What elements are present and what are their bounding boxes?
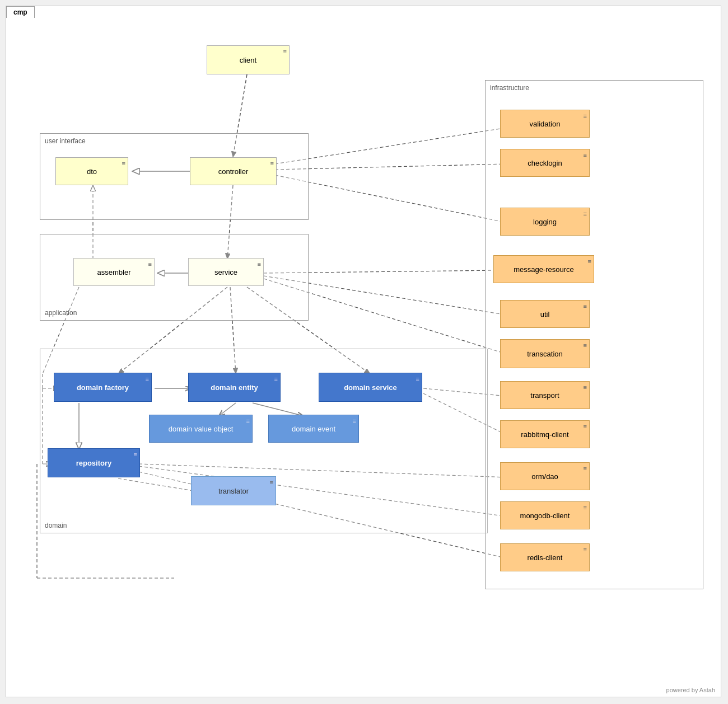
domain-event-label: domain event [292,425,335,433]
translator-box[interactable]: translator ≡ [191,476,276,505]
service-label: service [214,268,237,276]
domain-value-object-box[interactable]: domain value object ≡ [149,415,253,443]
assembler-box[interactable]: assembler ≡ [73,258,155,286]
application-label: application [45,309,77,317]
util-label: util [540,310,550,318]
domain-label: domain [45,522,67,529]
transcation-icon: ≡ [584,342,587,349]
redis-client-icon: ≡ [584,546,587,553]
checklogin-icon: ≡ [584,152,587,158]
domain-entity-box[interactable]: domain entity ≡ [188,373,281,402]
domain-service-label: domain service [344,383,397,392]
orm-dao-box[interactable]: orm/dao ≡ [500,462,590,490]
translator-icon: ≡ [270,479,273,486]
checklogin-label: checklogin [528,159,562,167]
rabbitmq-client-icon: ≡ [584,423,587,430]
domain-event-box[interactable]: domain event ≡ [268,415,359,443]
domain-entity-icon: ≡ [274,376,278,382]
checklogin-box[interactable]: checklogin ≡ [500,149,590,177]
client-box[interactable]: client ≡ [207,45,290,74]
message-resource-icon: ≡ [588,258,591,265]
repository-icon: ≡ [134,451,137,458]
domain-service-icon: ≡ [416,376,419,382]
redis-client-label: redis-client [528,553,563,562]
dto-box[interactable]: dto ≡ [55,157,128,185]
orm-dao-label: orm/dao [531,472,558,481]
client-icon: ≡ [283,48,287,55]
domain-value-object-icon: ≡ [246,417,250,424]
util-box[interactable]: util ≡ [500,300,590,328]
powered-by: powered by Astah [666,687,715,693]
dto-label: dto [87,167,97,176]
assembler-label: assembler [97,268,131,276]
rabbitmq-client-label: rabbitmq-client [521,430,568,439]
svg-line-3 [275,164,507,170]
transport-box[interactable]: transport ≡ [500,381,590,409]
orm-dao-icon: ≡ [584,465,587,472]
validation-box[interactable]: validation ≡ [500,110,590,138]
logging-box[interactable]: logging ≡ [500,208,590,236]
transcation-label: transcation [527,350,563,358]
mongodb-client-box[interactable]: mongodb-client ≡ [500,501,590,529]
transport-label: transport [530,391,559,400]
main-canvas: cmp [6,6,721,697]
controller-box[interactable]: controller ≡ [190,157,277,185]
logging-icon: ≡ [584,210,587,217]
diagram-area: user interface application domain infras… [6,18,721,697]
user-interface-label: user interface [45,137,86,145]
rabbitmq-client-box[interactable]: rabbitmq-client ≡ [500,420,590,448]
dto-icon: ≡ [122,160,125,167]
message-resource-box[interactable]: message-resource ≡ [493,255,594,283]
validation-icon: ≡ [584,112,587,119]
mongodb-client-label: mongodb-client [520,511,570,520]
cmp-tab[interactable]: cmp [6,6,35,18]
redis-client-box[interactable]: redis-client ≡ [500,543,590,571]
service-icon: ≡ [258,261,261,267]
assembler-icon: ≡ [148,261,152,267]
logging-label: logging [533,218,557,226]
domain-factory-label: domain factory [77,383,129,392]
transport-icon: ≡ [584,384,587,391]
message-resource-label: message-resource [514,265,574,274]
domain-service-box[interactable]: domain service ≡ [319,373,422,402]
repository-box[interactable]: repository ≡ [48,448,140,477]
svg-line-4 [275,175,507,223]
util-icon: ≡ [584,303,587,309]
svg-line-2 [275,128,507,164]
controller-icon: ≡ [270,160,274,167]
controller-label: controller [218,167,248,176]
domain-event-icon: ≡ [353,417,356,424]
repository-label: repository [76,459,112,467]
client-label: client [240,56,256,64]
domain-value-object-label: domain value object [169,425,234,433]
translator-label: translator [218,487,249,495]
mongodb-client-icon: ≡ [584,504,587,511]
validation-label: validation [530,120,561,128]
infrastructure-label: infrastructure [490,84,529,92]
domain-factory-box[interactable]: domain factory ≡ [54,373,152,402]
service-box[interactable]: service ≡ [188,258,264,286]
transcation-box[interactable]: transcation ≡ [500,339,590,368]
domain-entity-label: domain entity [211,383,258,392]
domain-factory-icon: ≡ [146,376,149,382]
